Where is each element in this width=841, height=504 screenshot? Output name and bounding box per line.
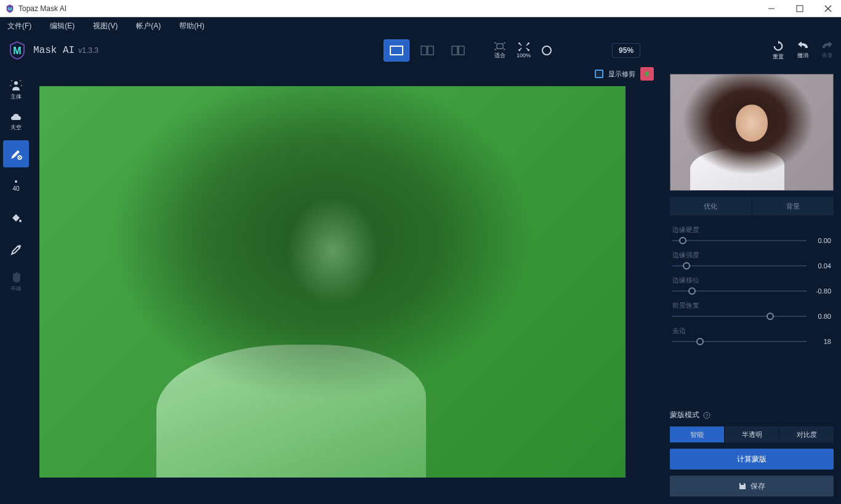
slider-thumb[interactable] <box>767 313 774 320</box>
svg-point-15 <box>19 220 22 222</box>
app-header: M Mask AI v1.3.3 适合 100% 95% 重置 撤消 <box>0 34 841 66</box>
slider-track[interactable] <box>672 265 807 266</box>
svg-text:M: M <box>13 46 21 56</box>
zoom-100-button[interactable]: 100% <box>517 42 531 58</box>
save-button[interactable]: 保存 <box>670 476 834 497</box>
slider-track[interactable] <box>672 240 807 241</box>
svg-rect-10 <box>459 46 464 55</box>
tool-fill[interactable] <box>3 204 29 231</box>
svg-rect-8 <box>428 46 433 55</box>
zoom-fit-button[interactable]: 适合 <box>494 42 505 60</box>
slider-label: 边缘移位 <box>672 276 831 285</box>
mode-semi[interactable]: 半透明 <box>725 426 779 442</box>
tab-replace[interactable]: 背景 <box>752 197 834 215</box>
reset-button[interactable]: 重置 <box>772 41 784 61</box>
tool-hand[interactable]: 平移 <box>3 268 29 295</box>
view-side-button[interactable] <box>445 39 471 62</box>
slider-value: 0.04 <box>811 262 831 270</box>
compute-mask-button[interactable]: 计算蒙版 <box>670 449 834 470</box>
slider-thumb[interactable] <box>688 287 696 295</box>
canvas-area: 显示修剪 <box>32 66 662 504</box>
slider-track[interactable] <box>672 316 807 317</box>
show-trim-checkbox[interactable] <box>595 70 603 78</box>
svg-point-13 <box>14 81 18 85</box>
redo-button[interactable]: 恢复 <box>821 42 834 60</box>
slider-thumb[interactable] <box>683 262 690 270</box>
app-icon: M <box>5 4 15 14</box>
preview-thumbnail[interactable] <box>670 74 834 191</box>
close-button[interactable] <box>820 2 836 15</box>
svg-rect-2 <box>797 6 803 12</box>
slider-value: 0.80 <box>811 313 831 320</box>
menu-edit[interactable]: 编辑(E) <box>50 21 74 31</box>
tab-refine[interactable]: 优化 <box>670 197 752 215</box>
zoom-level[interactable]: 95% <box>612 43 640 58</box>
undo-button[interactable]: 撤消 <box>797 42 809 60</box>
slider-value: 18 <box>811 338 831 345</box>
slider-label: 边缘强度 <box>672 250 831 260</box>
slider-track[interactable] <box>672 290 807 292</box>
help-icon[interactable]: ? <box>703 412 710 419</box>
menubar: 文件(F) 编辑(E) 视图(V) 帐户(A) 帮助(H) <box>0 17 841 34</box>
color-indicator-icon[interactable] <box>640 67 654 81</box>
svg-rect-12 <box>497 44 503 49</box>
menu-file[interactable]: 文件(F) <box>7 21 31 31</box>
slider-thumb[interactable] <box>679 237 686 244</box>
app-name: Mask AI <box>33 45 74 56</box>
maximize-button[interactable] <box>792 2 808 15</box>
tool-subject[interactable]: 主体 <box>3 76 29 103</box>
mode-contrast[interactable]: 对比度 <box>779 426 834 442</box>
svg-point-16 <box>18 245 21 247</box>
menu-help[interactable]: 帮助(H) <box>179 21 204 31</box>
slider-thumb[interactable] <box>696 338 704 345</box>
main-canvas[interactable] <box>39 86 626 478</box>
brush-size-indicator[interactable]: 40 <box>3 172 29 199</box>
slider-label: 边缘硬度 <box>672 225 831 234</box>
tool-brush[interactable] <box>3 140 29 167</box>
window-titlebar: M Topaz Mask AI <box>0 0 841 17</box>
slider-label: 去边 <box>672 326 831 335</box>
tool-eyedropper[interactable] <box>3 236 29 263</box>
slider-value: -0.80 <box>811 287 831 295</box>
right-panel: 优化 背景 边缘硬度0.00边缘强度0.04边缘移位-0.80前景恢复0.80去… <box>662 66 841 504</box>
slider-value: 0.00 <box>811 237 831 244</box>
save-icon <box>738 482 747 490</box>
svg-rect-7 <box>421 46 427 55</box>
app-version: v1.3.3 <box>78 46 99 55</box>
menu-account[interactable]: 帐户(A) <box>136 21 161 31</box>
preview-toggle-icon[interactable] <box>542 46 552 55</box>
window-title: Topaz Mask AI <box>18 4 763 13</box>
view-split-button[interactable] <box>414 39 440 62</box>
svg-text:?: ? <box>706 413 709 418</box>
minimize-button[interactable] <box>763 2 779 15</box>
svg-rect-6 <box>390 46 403 55</box>
menu-view[interactable]: 视图(V) <box>93 21 118 31</box>
left-toolbar: 主体 天空 40 平移 <box>0 66 32 504</box>
app-logo: M <box>7 41 27 60</box>
show-trim-label: 显示修剪 <box>608 70 635 79</box>
tool-sky[interactable]: 天空 <box>3 108 29 135</box>
slider-label: 前景恢复 <box>672 301 831 310</box>
slider-track[interactable] <box>672 341 807 342</box>
svg-text:M: M <box>8 6 12 11</box>
brush-dot-icon <box>15 180 17 183</box>
svg-rect-9 <box>452 46 457 55</box>
view-single-button[interactable] <box>384 39 409 62</box>
mode-smart[interactable]: 智能 <box>670 426 724 442</box>
mask-mode-header: 蒙版模式 ? <box>670 410 834 420</box>
